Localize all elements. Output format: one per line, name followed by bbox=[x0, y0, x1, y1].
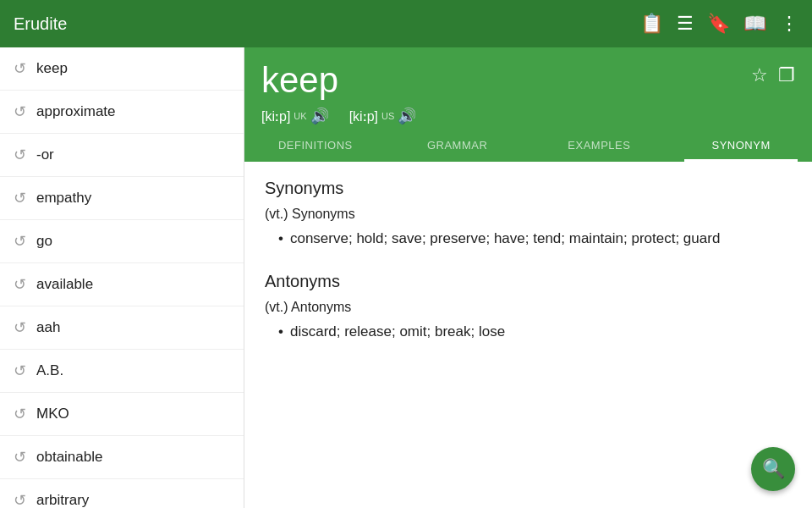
antonyms-section-title: Antonyms bbox=[265, 272, 792, 291]
synonym-content: Synonyms (vt.) Synonyms conserve; hold; … bbox=[244, 162, 812, 508]
history-icon-keep: ↺ bbox=[14, 59, 26, 78]
search-fab-icon: 🔍 bbox=[762, 458, 785, 480]
wordbook-icon[interactable]: 📖 bbox=[743, 13, 766, 35]
vt-antonyms-list: discard; release; omit; break; lose bbox=[265, 320, 792, 345]
word-actions: ☆ ❐ bbox=[751, 61, 795, 86]
sidebar-item-obtainable[interactable]: ↺ obtainable bbox=[0, 436, 244, 479]
sidebar-item-mko[interactable]: ↺ MKO bbox=[0, 393, 244, 436]
word-top-row: keep ☆ ❐ bbox=[261, 61, 795, 100]
history-icon-ab: ↺ bbox=[14, 362, 26, 380]
sidebar-label-available: available bbox=[36, 276, 93, 293]
sidebar-item-keep[interactable]: ↺ keep bbox=[0, 47, 244, 91]
pron-us-label: US bbox=[381, 111, 394, 121]
sidebar-label-approximate: approximate bbox=[36, 103, 116, 120]
pron-uk-group: [kiːp] UK 🔊 bbox=[261, 107, 329, 125]
sidebar-item-ab[interactable]: ↺ A.B. bbox=[0, 350, 244, 393]
main-layout: ↺ keep ↺ approximate ↺ -or ↺ empathy ↺ g… bbox=[0, 47, 812, 508]
copy-icon[interactable]: ❐ bbox=[778, 64, 795, 86]
vt-synonyms-subtitle: (vt.) Synonyms bbox=[265, 207, 792, 222]
flashcard-icon[interactable]: 📋 bbox=[640, 13, 663, 35]
tab-synonym[interactable]: SYNONYM bbox=[670, 129, 812, 162]
sidebar-item-arbitrary[interactable]: ↺ arbitrary bbox=[0, 479, 244, 508]
word-title: keep bbox=[261, 61, 338, 100]
sidebar-item-aah[interactable]: ↺ aah bbox=[0, 306, 244, 350]
history-icon-arbitrary: ↺ bbox=[14, 491, 26, 508]
tabs-bar: DEFINITIONS GRAMMAR EXAMPLES SYNONYM bbox=[244, 129, 812, 162]
sidebar-item-or[interactable]: ↺ -or bbox=[0, 134, 244, 177]
history-icon-available: ↺ bbox=[14, 275, 26, 294]
pronunciations: [kiːp] UK 🔊 [kiːp] US 🔊 bbox=[261, 107, 795, 125]
history-icon-approximate: ↺ bbox=[14, 102, 26, 121]
sidebar-label-empathy: empathy bbox=[36, 190, 91, 207]
tab-grammar[interactable]: GRAMMAR bbox=[387, 129, 529, 162]
top-icons-group: 📋 ☰ 🔖 📖 ⋮ bbox=[640, 13, 798, 35]
sidebar-item-approximate[interactable]: ↺ approximate bbox=[0, 91, 244, 134]
pron-uk-text: [kiːp] bbox=[261, 108, 290, 124]
sidebar-label-ab: A.B. bbox=[36, 362, 63, 379]
history-icon-obtainable: ↺ bbox=[14, 448, 26, 467]
sidebar-label-aah: aah bbox=[36, 319, 60, 336]
list-icon[interactable]: ☰ bbox=[677, 13, 694, 35]
sidebar-item-available[interactable]: ↺ available bbox=[0, 263, 244, 306]
sidebar-item-empathy[interactable]: ↺ empathy bbox=[0, 177, 244, 220]
bookmark-icon[interactable]: 🔖 bbox=[707, 13, 730, 35]
speaker-us-icon[interactable]: 🔊 bbox=[398, 107, 416, 125]
sidebar-label-obtainable: obtainable bbox=[36, 449, 102, 466]
tab-definitions[interactable]: DEFINITIONS bbox=[244, 129, 387, 162]
tab-examples[interactable]: EXAMPLES bbox=[529, 129, 671, 162]
more-icon[interactable]: ⋮ bbox=[780, 13, 798, 35]
word-header: keep ☆ ❐ [kiːp] UK 🔊 [kiːp] US 🔊 bbox=[244, 47, 812, 129]
history-icon-aah: ↺ bbox=[14, 318, 26, 337]
sidebar-label-mko: MKO bbox=[36, 406, 69, 422]
vt-antonyms-subtitle: (vt.) Antonyms bbox=[265, 300, 792, 315]
sidebar: ↺ keep ↺ approximate ↺ -or ↺ empathy ↺ g… bbox=[0, 47, 244, 508]
history-icon-or: ↺ bbox=[14, 146, 26, 164]
history-icon-mko: ↺ bbox=[14, 405, 26, 423]
pron-uk-label: UK bbox=[294, 111, 306, 121]
history-icon-go: ↺ bbox=[14, 232, 26, 251]
speaker-uk-icon[interactable]: 🔊 bbox=[310, 107, 329, 125]
content-area: keep ☆ ❐ [kiːp] UK 🔊 [kiːp] US 🔊 bbox=[244, 47, 812, 508]
app-title: Erudite bbox=[14, 14, 640, 34]
sidebar-label-keep: keep bbox=[36, 60, 68, 77]
pron-us-text: [kiːp] bbox=[349, 108, 378, 124]
search-fab[interactable]: 🔍 bbox=[751, 447, 795, 491]
sidebar-item-go[interactable]: ↺ go bbox=[0, 220, 244, 263]
sidebar-label-go: go bbox=[36, 233, 52, 250]
vt-synonyms-list: conserve; hold; save; preserve; have; te… bbox=[265, 227, 792, 251]
topbar: Erudite 📋 ☰ 🔖 📖 ⋮ bbox=[0, 0, 812, 47]
pron-us-group: [kiːp] US 🔊 bbox=[349, 107, 417, 125]
history-icon-empathy: ↺ bbox=[14, 189, 26, 207]
star-icon[interactable]: ☆ bbox=[751, 64, 768, 86]
synonyms-section-title: Synonyms bbox=[265, 179, 792, 198]
sidebar-label-or: -or bbox=[36, 146, 54, 163]
sidebar-label-arbitrary: arbitrary bbox=[36, 492, 89, 508]
